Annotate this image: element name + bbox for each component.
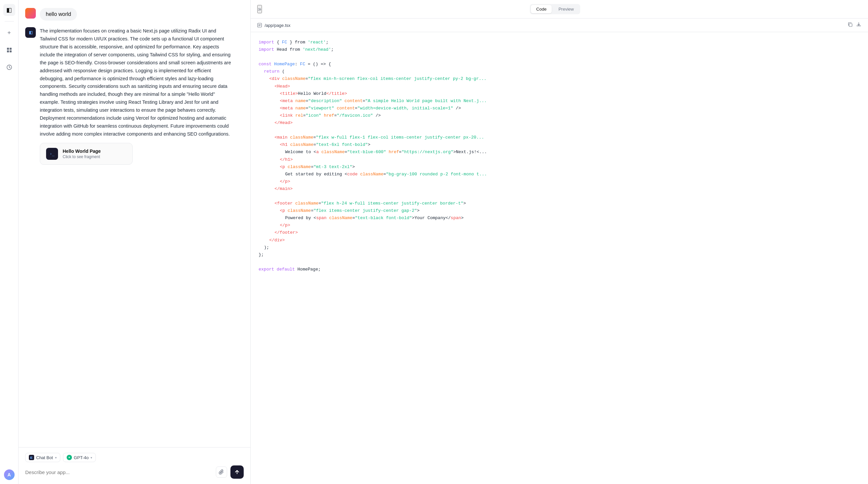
bot-avatar-icon: ◧ xyxy=(25,27,36,38)
model-selector[interactable]: ✦ GPT-4o ▾ xyxy=(63,453,96,462)
code-line: <h1 className="text-6xl font-bold"> xyxy=(258,141,860,149)
pages-icon[interactable] xyxy=(3,44,15,56)
code-line: ); xyxy=(258,244,860,251)
code-filename: /app/page.tsx xyxy=(257,23,290,28)
code-line xyxy=(258,53,860,61)
terminal-icon: ›_ xyxy=(50,152,54,156)
bot-message-row: ◧ The implementation focuses on creating… xyxy=(25,27,244,165)
user-avatar-icon xyxy=(25,8,36,19)
chat-input-row xyxy=(25,465,244,479)
chatbot-chevron-icon: ▾ xyxy=(55,456,57,459)
gpt-icon: ✦ xyxy=(67,455,72,460)
paperclip-icon xyxy=(219,470,224,475)
fragment-card[interactable]: ›_ Hello World Page Click to see fragmen… xyxy=(40,143,133,165)
bot-message-text: The implementation focuses on creating a… xyxy=(40,27,232,138)
code-line: <p className="flex items-center justify-… xyxy=(258,207,860,215)
attach-button[interactable] xyxy=(216,466,227,478)
fragment-subtitle: Click to see fragment xyxy=(63,155,101,159)
chatbot-selector[interactable]: ◧ Chat Bot ▾ xyxy=(25,453,60,462)
send-icon xyxy=(234,469,240,475)
code-body: import { FC } from 'react';import Head f… xyxy=(251,32,868,484)
pages-svg xyxy=(6,47,12,53)
file-icon xyxy=(257,23,262,28)
plugins-svg xyxy=(6,64,12,70)
code-tabs: Code Preview xyxy=(530,4,580,14)
code-line: }; xyxy=(258,251,860,259)
fragment-icon: ›_ xyxy=(46,148,58,160)
code-line: <p className="mt-3 text-2xl"> xyxy=(258,163,860,171)
code-line: import Head from 'next/head'; xyxy=(258,46,860,53)
chat-panel: hello world ◧ The implementation focuses… xyxy=(19,0,251,484)
code-line: </p> xyxy=(258,178,860,185)
svg-rect-3 xyxy=(10,51,11,53)
code-line: import { FC } from 'react'; xyxy=(258,39,860,46)
chat-input-area: ◧ Chat Bot ▾ ✦ GPT-4o ▾ xyxy=(19,447,250,484)
user-message-row: hello world xyxy=(25,8,244,21)
tab-code[interactable]: Code xyxy=(531,5,552,13)
model-label: GPT-4o xyxy=(74,455,89,460)
logo-icon[interactable]: ◧ xyxy=(3,4,15,16)
collapse-panel-button[interactable]: » xyxy=(257,5,262,13)
code-line: </Head> xyxy=(258,119,860,127)
code-line: Powered by <span className="text-black f… xyxy=(258,215,860,222)
chat-messages-list: hello world ◧ The implementation focuses… xyxy=(19,0,250,447)
chatbot-chip-icon: ◧ xyxy=(29,455,34,460)
code-line: </footer> xyxy=(258,229,860,236)
filename-text: /app/page.tsx xyxy=(265,23,290,28)
copy-button[interactable] xyxy=(847,22,853,29)
chatbot-label: Chat Bot xyxy=(36,455,53,460)
svg-rect-2 xyxy=(7,51,9,53)
code-panel-header: » Code Preview xyxy=(251,0,868,19)
chat-input-toolbar: ◧ Chat Bot ▾ ✦ GPT-4o ▾ xyxy=(25,453,244,462)
code-line: const HomePage: FC = () => { xyxy=(258,61,860,68)
download-icon xyxy=(856,22,861,27)
user-message-bubble: hello world xyxy=(40,8,77,21)
svg-rect-1 xyxy=(10,48,11,50)
code-line: <Head> xyxy=(258,83,860,90)
code-line: </main> xyxy=(258,185,860,193)
code-line xyxy=(258,259,860,266)
code-line: </div> xyxy=(258,237,860,244)
fragment-info: Hello World Page Click to see fragment xyxy=(63,149,101,159)
svg-rect-0 xyxy=(7,48,9,50)
chat-input[interactable] xyxy=(25,470,213,475)
svg-rect-7 xyxy=(849,24,852,27)
send-button[interactable] xyxy=(230,465,244,479)
code-line: <div className="flex min-h-screen flex-c… xyxy=(258,75,860,83)
code-line: return ( xyxy=(258,68,860,75)
user-avatar[interactable]: A xyxy=(4,470,14,480)
add-icon[interactable]: + xyxy=(3,27,15,39)
code-line: <title>Hello World</title> xyxy=(258,90,860,97)
svg-rect-5 xyxy=(25,8,36,19)
tab-preview[interactable]: Preview xyxy=(553,5,579,13)
sidebar: ◧ + A xyxy=(0,0,19,484)
code-line: <footer className="flex h-24 w-full item… xyxy=(258,200,860,207)
code-file-bar: /app/page.tsx xyxy=(251,19,868,32)
code-line: <main className="flex w-full flex-1 flex… xyxy=(258,134,860,141)
code-line: <meta name="description" content="A simp… xyxy=(258,97,860,105)
code-line: Welcome to <a className="text-blue-600" … xyxy=(258,149,860,156)
code-line: </h1> xyxy=(258,156,860,163)
copy-icon xyxy=(847,22,853,27)
code-line: <meta name="viewport" content="width=dev… xyxy=(258,105,860,112)
model-chevron-icon: ▾ xyxy=(91,456,92,459)
code-line xyxy=(258,127,860,134)
download-button[interactable] xyxy=(856,22,861,29)
plugins-icon[interactable] xyxy=(3,61,15,73)
code-line: <link rel="icon" href="/favicon.ico" /> xyxy=(258,112,860,119)
code-actions xyxy=(847,22,861,29)
code-line: Get started by editing <code className="… xyxy=(258,171,860,178)
code-panel: » Code Preview /app/page.tsx xyxy=(251,0,868,484)
user-avatar-image xyxy=(25,8,36,19)
bot-message-content: The implementation focuses on creating a… xyxy=(40,27,232,165)
fragment-title: Hello World Page xyxy=(63,149,101,154)
code-line xyxy=(258,193,860,200)
sidebar-separator-1 xyxy=(5,21,14,22)
code-line: export default HomePage; xyxy=(258,266,860,273)
code-line: </p> xyxy=(258,222,860,229)
